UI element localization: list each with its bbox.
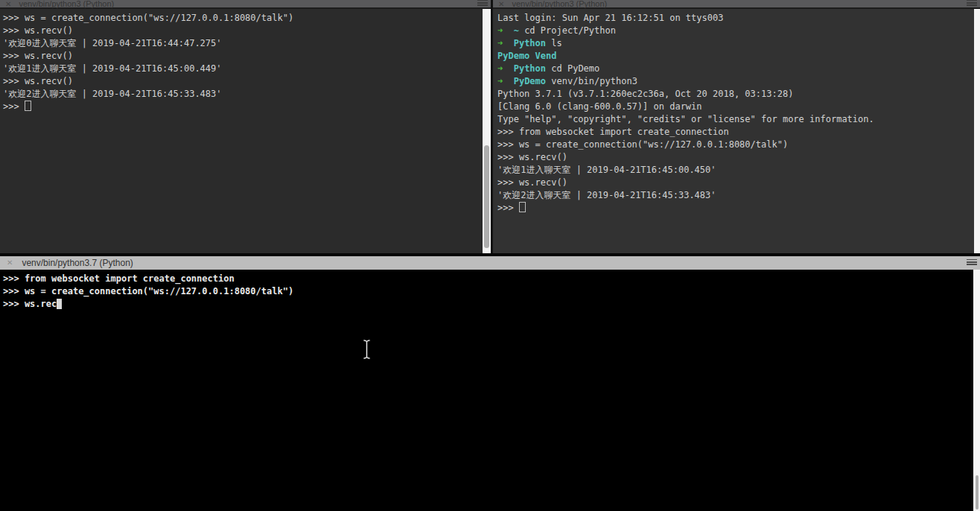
terminal-line: [Clang 6.0 (clang-600.0.57)] on darwin <box>497 101 970 113</box>
terminal-output[interactable]: >>> from websocket import create_connect… <box>0 270 980 511</box>
text-segment: >>> from websocket import create_connect… <box>497 127 729 137</box>
scrollbar-track[interactable] <box>483 9 491 253</box>
titlebar-top-left[interactable]: ✕ venv/bin/python3 (Python) <box>0 0 491 9</box>
text-segment: >>> ws.recv() <box>3 51 73 61</box>
terminal-line: >>> from websocket import create_connect… <box>497 126 970 139</box>
text-segment: '欢迎2进入聊天室 | 2019-04-21T16:45:33.483' <box>497 190 716 200</box>
hamburger-menu-icon[interactable] <box>967 259 977 267</box>
terminal-line: ➜ Python ls <box>497 37 970 50</box>
pane-title: venv/bin/python3.7 (Python) <box>22 256 133 270</box>
text-segment: '欢迎1进入聊天室 | 2019-04-21T16:45:00.449' <box>3 63 222 74</box>
text-segment: ➜ <box>497 38 514 48</box>
text-segment: >>> ws.recv() <box>3 25 73 36</box>
text-segment: >>> <box>497 203 519 213</box>
terminal-line: PyDemo Vend <box>497 50 970 63</box>
terminal-line: >>> ws.recv() <box>3 50 480 63</box>
terminal-line: ➜ ~ cd Project/Python <box>497 25 970 37</box>
terminal-line: >>> ws.recv() <box>497 177 970 189</box>
text-segment: >>> from websocket import create_connect… <box>3 273 235 284</box>
terminal-line: '欢迎1进入聊天室 | 2019-04-21T16:45:00.449' <box>3 63 480 75</box>
top-split: ✕ venv/bin/python3 (Python) >>> ws = cre… <box>0 0 980 253</box>
terminal-line: ➜ PyDemo venv/bin/python3 <box>497 75 970 88</box>
text-segment: PyDemo Vend <box>497 51 556 61</box>
terminal-line: >>> ws = create_connection("ws://127.0.0… <box>497 139 970 151</box>
text-segment: Python <box>514 63 546 74</box>
text-segment: >>> ws.recv() <box>3 76 73 86</box>
text-segment: Python 3.7.1 (v3.7.1:260ec2c36a, Oct 20 … <box>497 89 793 99</box>
text-segment: cd Project/Python <box>519 25 616 36</box>
text-segment: '欢迎0进入聊天室 | 2019-04-21T16:44:47.275' <box>3 38 222 48</box>
terminal-output[interactable]: >>> ws = create_connection("ws://127.0.0… <box>0 9 491 253</box>
terminal-line: >>> <box>3 101 480 113</box>
text-segment: >>> ws.recv() <box>497 177 567 188</box>
text-segment: >>> <box>3 101 25 112</box>
text-segment: >>> ws = create_connection("ws://127.0.0… <box>497 139 788 150</box>
text-segment: >>> ws = create_connection("ws://127.0.0… <box>3 13 293 23</box>
text-segment: Type "help", "copyright", "credits" or "… <box>497 114 874 124</box>
terminal-cursor <box>57 299 62 309</box>
scrollbar-thumb[interactable] <box>484 145 489 248</box>
terminal-line: '欢迎0进入聊天室 | 2019-04-21T16:44:47.275' <box>3 37 480 50</box>
terminal-line: '欢迎2进入聊天室 | 2019-04-21T16:45:33.483' <box>3 88 480 101</box>
text-segment: ➜ <box>497 76 514 86</box>
text-segment: ~ <box>514 25 519 36</box>
text-segment: >>> ws.recv() <box>497 152 567 162</box>
terminal-line: >>> ws = create_connection("ws://127.0.0… <box>3 285 970 298</box>
terminal-line: >>> <box>497 202 970 215</box>
text-segment: ➜ <box>497 63 514 74</box>
titlebar-top-right[interactable]: ✕ venv/bin/python3 (Python) <box>493 0 980 9</box>
terminal-output[interactable]: Last login: Sun Apr 21 16:12:51 on ttys0… <box>493 9 980 253</box>
close-icon[interactable]: ✕ <box>7 256 13 270</box>
text-segment: ➜ <box>497 25 514 36</box>
text-segment: Last login: Sun Apr 21 16:12:51 on ttys0… <box>497 13 723 23</box>
pane-title: venv/bin/python3 (Python) <box>512 0 607 8</box>
text-segment: '欢迎1进入聊天室 | 2019-04-21T16:45:00.450' <box>497 165 716 175</box>
text-segment: venv/bin/python3 <box>546 76 637 86</box>
hamburger-menu-icon[interactable] <box>967 0 977 7</box>
text-segment: >>> ws.rec <box>3 299 57 309</box>
text-segment: Python <box>514 38 546 48</box>
text-segment: >>> ws = create_connection("ws://127.0.0… <box>3 286 293 296</box>
pane-title: venv/bin/python3 (Python) <box>19 0 114 8</box>
scrollbar-track[interactable] <box>974 9 980 253</box>
terminal-window: ✕ venv/bin/python3 (Python) >>> ws = cre… <box>0 0 980 511</box>
terminal-line: ➜ Python cd PyDemo <box>497 63 970 75</box>
terminal-line: >>> ws.recv() <box>3 75 480 88</box>
terminal-cursor <box>25 101 31 111</box>
text-segment: [Clang 6.0 (clang-600.0.57)] on darwin <box>497 101 702 112</box>
close-icon[interactable]: ✕ <box>5 0 11 8</box>
terminal-cursor <box>519 202 526 212</box>
terminal-line: >>> ws = create_connection("ws://127.0.0… <box>3 12 480 25</box>
text-segment: ls <box>546 38 562 48</box>
terminal-line: >>> from websocket import create_connect… <box>3 273 970 285</box>
text-segment: cd PyDemo <box>546 63 599 74</box>
terminal-line: Last login: Sun Apr 21 16:12:51 on ttys0… <box>497 12 970 25</box>
terminal-line: >>> ws.recv() <box>497 151 970 164</box>
scrollbar-track[interactable] <box>973 270 980 511</box>
terminal-line: >>> ws.rec <box>3 298 970 311</box>
pane-top-right: ✕ venv/bin/python3 (Python) Last login: … <box>493 0 980 253</box>
terminal-line: Python 3.7.1 (v3.7.1:260ec2c36a, Oct 20 … <box>497 88 970 101</box>
close-icon[interactable]: ✕ <box>498 0 504 8</box>
text-segment: PyDemo <box>514 76 546 86</box>
terminal-line: >>> ws.recv() <box>3 25 480 37</box>
pane-bottom: ✕ venv/bin/python3.7 (Python) >>> from w… <box>0 256 980 511</box>
terminal-line: '欢迎2进入聊天室 | 2019-04-21T16:45:33.483' <box>497 189 970 202</box>
text-segment: '欢迎2进入聊天室 | 2019-04-21T16:45:33.483' <box>3 89 222 99</box>
terminal-line: Type "help", "copyright", "credits" or "… <box>497 113 970 126</box>
scrollbar-thumb[interactable] <box>976 475 979 510</box>
terminal-line: '欢迎1进入聊天室 | 2019-04-21T16:45:00.450' <box>497 164 970 177</box>
titlebar-bottom[interactable]: ✕ venv/bin/python3.7 (Python) <box>0 256 980 270</box>
hamburger-menu-icon[interactable] <box>477 0 488 7</box>
pane-top-left: ✕ venv/bin/python3 (Python) >>> ws = cre… <box>0 0 491 253</box>
